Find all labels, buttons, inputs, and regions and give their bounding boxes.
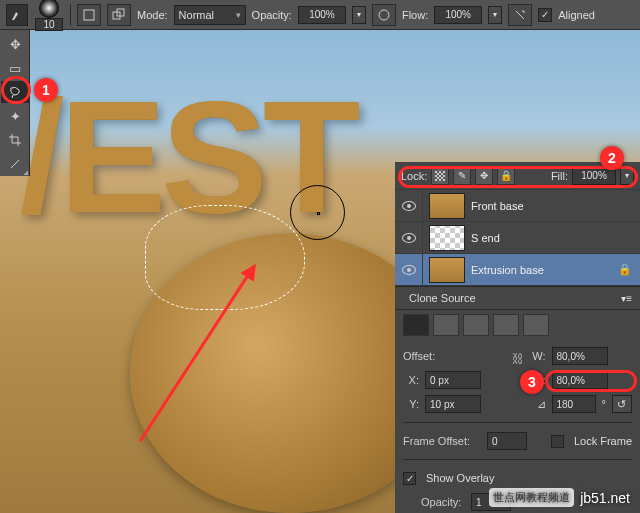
angle-icon: ⊿ <box>530 398 546 411</box>
right-panel-stack: Lock: ✎ ✥ 🔒 Fill: ▾ Front base S end Ext… <box>395 162 640 513</box>
svg-point-3 <box>379 10 389 20</box>
offset-label: Offset: <box>403 350 447 362</box>
callout-highlight-1 <box>1 76 31 104</box>
layer-row[interactable]: Front base <box>395 190 640 222</box>
clone-source-1-button[interactable] <box>403 314 429 336</box>
callout-highlight-2 <box>398 166 638 188</box>
mode-label: Mode: <box>137 9 168 21</box>
clone-source-2-button[interactable] <box>433 314 459 336</box>
clone-source-3-button[interactable] <box>463 314 489 336</box>
w-label: W: <box>530 350 546 362</box>
reset-transform-button[interactable]: ↺ <box>612 395 632 413</box>
watermark-sub: 世点网教程频道 <box>489 488 574 507</box>
opacity-dropdown[interactable]: ▾ <box>352 6 366 24</box>
layer-row[interactable]: S end <box>395 222 640 254</box>
layer-thumbnail[interactable] <box>429 225 465 251</box>
magic-wand-tool[interactable]: ✦ <box>1 105 29 127</box>
clone-brush-cursor <box>290 185 345 240</box>
crop-tool[interactable] <box>1 129 29 151</box>
watermark: 世点网教程频道 jb51.net <box>489 488 630 507</box>
flow-dropdown[interactable]: ▾ <box>488 6 502 24</box>
eyedropper-tool[interactable] <box>1 153 29 175</box>
blend-mode-select[interactable]: Normal <box>174 5 246 25</box>
svg-rect-0 <box>84 10 94 20</box>
brush-preset-picker[interactable] <box>34 0 64 31</box>
clone-source-5-button[interactable] <box>523 314 549 336</box>
rotate-field[interactable] <box>552 395 596 413</box>
separator <box>70 4 71 26</box>
link-wh-icon[interactable]: ⛓ <box>510 344 526 374</box>
lock-frame-label: Lock Frame <box>574 435 632 447</box>
opacity-label: Opacity: <box>252 9 292 21</box>
show-overlay-label: Show Overlay <box>426 472 494 484</box>
brush-preview-icon <box>39 0 59 18</box>
callout-highlight-3 <box>545 370 637 392</box>
lock-frame-checkbox[interactable] <box>551 435 564 448</box>
layer-name[interactable]: Extrusion base <box>471 264 618 276</box>
eye-icon[interactable] <box>402 265 416 275</box>
clone-source-panel: Offset: X: Y: ⛓ W: H: <box>395 310 640 513</box>
pressure-opacity-button[interactable] <box>372 4 396 26</box>
eye-icon[interactable] <box>402 201 416 211</box>
x-label: X: <box>403 374 419 386</box>
frame-offset-label: Frame Offset: <box>403 435 481 447</box>
show-overlay-checkbox[interactable]: ✓ <box>403 472 416 485</box>
layer-thumbnail[interactable] <box>429 193 465 219</box>
layer-row[interactable]: Extrusion base 🔒 <box>395 254 640 286</box>
options-bar: Mode: Normal Opacity: ▾ Flow: ▾ ✓ Aligne… <box>0 0 640 30</box>
lock-icon: 🔒 <box>618 263 634 276</box>
clone-source-4-button[interactable] <box>493 314 519 336</box>
opacity-field[interactable] <box>298 6 346 24</box>
clone-source-panel-header: Clone Source ▾≡ <box>395 286 640 310</box>
aligned-label: Aligned <box>558 9 595 21</box>
flow-label: Flow: <box>402 9 428 21</box>
flow-field[interactable] <box>434 6 482 24</box>
lasso-selection-marquee <box>145 205 305 310</box>
layers-list: Front base S end Extrusion base 🔒 <box>395 190 640 286</box>
callout-badge-3: 3 <box>520 370 544 394</box>
layer-name[interactable]: S end <box>471 232 640 244</box>
airbrush-button[interactable] <box>508 4 532 26</box>
callout-badge-2: 2 <box>600 146 624 170</box>
brush-size-field[interactable] <box>35 18 63 31</box>
layer-name[interactable]: Front base <box>471 200 640 212</box>
watermark-url: jb51.net <box>580 490 630 506</box>
offset-x-field[interactable] <box>425 371 481 389</box>
degree-label: ° <box>602 398 606 410</box>
tool-preset-picker[interactable] <box>6 4 28 26</box>
aligned-checkbox[interactable]: ✓ <box>538 8 552 22</box>
eye-icon[interactable] <box>402 233 416 243</box>
clone-source-panel-button[interactable] <box>107 4 131 26</box>
frame-offset-field[interactable] <box>487 432 527 450</box>
scale-w-field[interactable] <box>552 347 608 365</box>
clone-source-tab[interactable]: Clone Source <box>403 292 482 304</box>
offset-y-field[interactable] <box>425 395 481 413</box>
callout-badge-1: 1 <box>34 78 58 102</box>
overlay-opacity-label: Opacity: <box>421 496 465 508</box>
y-label: Y: <box>403 398 419 410</box>
layer-thumbnail[interactable] <box>429 257 465 283</box>
move-tool[interactable]: ✥ <box>1 33 29 55</box>
toggle-brush-panel-button[interactable] <box>77 4 101 26</box>
panel-menu-icon[interactable]: ▾≡ <box>621 293 632 304</box>
